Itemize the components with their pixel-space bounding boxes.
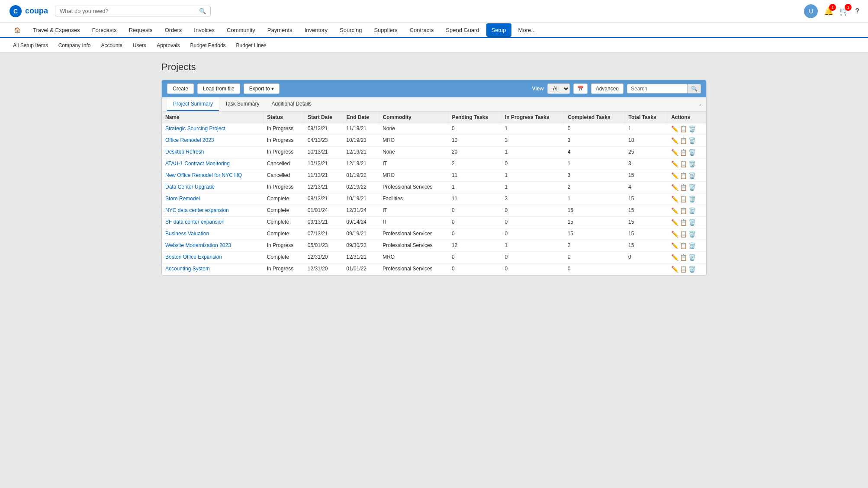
help-button[interactable]: ? [855, 6, 859, 16]
subnav-company-info[interactable]: Company Info [54, 40, 95, 51]
nav-contracts[interactable]: Contracts [405, 23, 439, 37]
create-button[interactable]: Create [167, 83, 194, 94]
view-select[interactable]: All [547, 83, 570, 94]
copy-button[interactable]: 📋 [680, 149, 687, 156]
nav-spendguard[interactable]: Spend Guard [440, 23, 484, 37]
copy-button[interactable]: 📋 [680, 207, 687, 214]
subnav-accounts[interactable]: Accounts [96, 40, 126, 51]
copy-button[interactable]: 📋 [680, 231, 687, 238]
global-search-bar[interactable]: 🔍 [55, 6, 211, 16]
cell-status: Complete [264, 193, 304, 205]
cell-actions: ✏️ 📋 🗑️ [668, 182, 706, 193]
export-to-button[interactable]: Export to ▾ [244, 83, 280, 94]
cell-end-date: 01/01/22 [343, 263, 379, 275]
edit-button[interactable]: ✏️ [671, 207, 678, 214]
subnav-users[interactable]: Users [129, 40, 151, 51]
tab-project-summary[interactable]: Project Summary [167, 97, 219, 111]
tab-additional-details[interactable]: Additional Details [265, 97, 318, 111]
project-name-link[interactable]: Data Center Upgrade [165, 184, 215, 190]
edit-button[interactable]: ✏️ [671, 242, 678, 249]
project-name-link[interactable]: Website Modernization 2023 [165, 242, 231, 248]
edit-button[interactable]: ✏️ [671, 219, 678, 226]
delete-button[interactable]: 🗑️ [688, 196, 696, 202]
copy-button[interactable]: 📋 [680, 219, 687, 226]
delete-button[interactable]: 🗑️ [688, 242, 696, 249]
copy-button[interactable]: 📋 [680, 184, 687, 191]
nav-sourcing[interactable]: Sourcing [334, 23, 367, 37]
project-name-link[interactable]: ATAU-1 Contract Monitoring [165, 161, 230, 167]
project-name-link[interactable]: NYC data center expansion [165, 207, 229, 213]
edit-button[interactable]: ✏️ [671, 125, 678, 132]
edit-button[interactable]: ✏️ [671, 137, 678, 144]
delete-button[interactable]: 🗑️ [688, 266, 696, 273]
edit-button[interactable]: ✏️ [671, 161, 678, 167]
nav-requests[interactable]: Requests [124, 23, 158, 37]
global-search-input[interactable] [60, 8, 199, 14]
calendar-button[interactable]: 📅 [573, 83, 588, 94]
project-name-link[interactable]: Accounting System [165, 266, 210, 272]
nav-community[interactable]: Community [222, 23, 260, 37]
delete-button[interactable]: 🗑️ [688, 172, 696, 179]
delete-button[interactable]: 🗑️ [688, 125, 696, 132]
edit-button[interactable]: ✏️ [671, 254, 678, 261]
nav-payments[interactable]: Payments [262, 23, 298, 37]
cell-name: ATAU-1 Contract Monitoring [162, 158, 264, 170]
delete-button[interactable]: 🗑️ [688, 184, 696, 191]
tab-task-summary[interactable]: Task Summary [219, 97, 265, 111]
cart-button[interactable]: 🛒 1 [839, 6, 849, 16]
copy-button[interactable]: 📋 [680, 137, 687, 144]
nav-setup[interactable]: Setup [486, 23, 511, 37]
delete-button[interactable]: 🗑️ [688, 207, 696, 214]
edit-button[interactable]: ✏️ [671, 184, 678, 191]
nav-forecasts[interactable]: Forecasts [87, 23, 122, 37]
edit-button[interactable]: ✏️ [671, 172, 678, 179]
edit-button[interactable]: ✏️ [671, 196, 678, 202]
cell-end-date: 09/14/24 [343, 217, 379, 228]
copy-button[interactable]: 📋 [680, 196, 687, 202]
copy-button[interactable]: 📋 [680, 125, 687, 132]
search-input[interactable] [627, 84, 688, 93]
search-submit-button[interactable]: 🔍 [688, 84, 701, 93]
delete-button[interactable]: 🗑️ [688, 231, 696, 238]
copy-button[interactable]: 📋 [680, 254, 687, 261]
edit-button[interactable]: ✏️ [671, 266, 678, 273]
subnav-all-setup[interactable]: All Setup Items [9, 40, 52, 51]
project-name-link[interactable]: SF data center expansion [165, 219, 225, 225]
copy-button[interactable]: 📋 [680, 161, 687, 167]
nav-home[interactable]: 🏠 [9, 23, 26, 37]
search-icon[interactable]: 🔍 [199, 8, 206, 14]
user-avatar[interactable]: U [804, 4, 818, 18]
nav-inventory[interactable]: Inventory [299, 23, 333, 37]
nav-invoices[interactable]: Invoices [189, 23, 220, 37]
load-from-file-button[interactable]: Load from file [197, 83, 240, 94]
project-name-link[interactable]: Desktop Refresh [165, 149, 204, 155]
copy-button[interactable]: 📋 [680, 242, 687, 249]
nav-more[interactable]: More... [513, 23, 541, 37]
delete-button[interactable]: 🗑️ [688, 254, 696, 261]
delete-button[interactable]: 🗑️ [688, 219, 696, 226]
notifications-button[interactable]: 🔔 1 [824, 6, 833, 16]
delete-button[interactable]: 🗑️ [688, 137, 696, 144]
edit-button[interactable]: ✏️ [671, 231, 678, 238]
subnav-budget-lines[interactable]: Budget Lines [232, 40, 271, 51]
tabs-arrow-right[interactable]: › [699, 101, 701, 108]
subnav-approvals[interactable]: Approvals [152, 40, 184, 51]
project-name-link[interactable]: Store Remodel [165, 196, 200, 202]
nav-orders[interactable]: Orders [160, 23, 187, 37]
project-name-link[interactable]: Business Valuation [165, 231, 209, 237]
project-name-link[interactable]: Boston Office Expansion [165, 254, 222, 260]
project-name-link[interactable]: Office Remodel 2023 [165, 137, 214, 143]
delete-button[interactable]: 🗑️ [688, 161, 696, 167]
cell-start-date: 10/13/21 [304, 147, 343, 158]
delete-button[interactable]: 🗑️ [688, 149, 696, 156]
copy-button[interactable]: 📋 [680, 266, 687, 273]
edit-button[interactable]: ✏️ [671, 149, 678, 156]
nav-suppliers[interactable]: Suppliers [369, 23, 402, 37]
copy-button[interactable]: 📋 [680, 172, 687, 179]
subnav-budget-periods[interactable]: Budget Periods [186, 40, 230, 51]
cell-total: 15 [625, 228, 668, 240]
project-name-link[interactable]: Strategic Sourcing Project [165, 125, 225, 132]
project-name-link[interactable]: New Office Remodel for NYC HQ [165, 172, 242, 178]
nav-travel[interactable]: Travel & Expenses [28, 23, 85, 37]
advanced-button[interactable]: Advanced [591, 83, 624, 94]
